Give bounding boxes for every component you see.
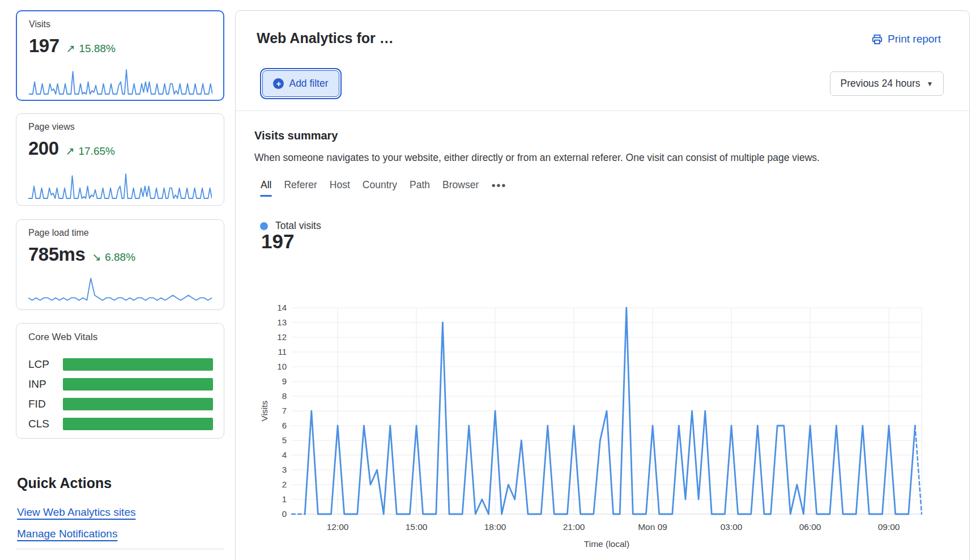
tab-country[interactable]: Country: [363, 179, 397, 191]
cwv-label-cls: CLS: [28, 418, 49, 430]
cwv-row-cls: CLS: [28, 418, 213, 430]
time-range-value: Previous 24 hours: [841, 78, 921, 90]
visits-line-chart: 0123456789101112131412:0015:0018:0021:00…: [249, 273, 957, 557]
stat-card-page-views-label: Page views: [28, 122, 75, 132]
cwv-bar-fid: [63, 398, 213, 410]
svg-text:1: 1: [282, 494, 287, 504]
svg-text:21:00: 21:00: [563, 522, 585, 532]
more-tabs-icon[interactable]: ●●●: [491, 181, 506, 189]
stat-card-visits[interactable]: Visits 197 ↗ 15.88%: [16, 10, 224, 101]
link-manage-notifications[interactable]: Manage Notifications: [17, 528, 117, 540]
time-range-dropdown[interactable]: Previous 24 hours ▼: [830, 71, 944, 96]
visits-summary-description: When someone navigates to your website, …: [254, 152, 820, 164]
print-report-label: Print report: [888, 33, 941, 45]
cwv-label-fid: FID: [28, 398, 46, 410]
trend-value: 6.88%: [105, 251, 135, 264]
svg-text:06:00: 06:00: [799, 522, 821, 532]
stat-card-visits-value: 197: [29, 35, 59, 57]
svg-text:10: 10: [277, 362, 287, 371]
core-web-vitals-title: Core Web Vitals: [28, 332, 97, 343]
page-load-time-sparkline-chart: [28, 277, 212, 304]
svg-text:2: 2: [282, 480, 287, 489]
trend-up-icon: ↗: [66, 42, 75, 55]
tab-all[interactable]: All: [261, 179, 271, 191]
dimension-tabs: All Referer Host Country Path Browser ●●…: [261, 179, 506, 191]
svg-text:14: 14: [277, 303, 287, 312]
cwv-bar-cls: [63, 418, 213, 430]
svg-text:13: 13: [277, 317, 287, 327]
svg-text:Mon 09: Mon 09: [638, 522, 667, 532]
svg-text:3: 3: [282, 465, 287, 474]
tab-browser[interactable]: Browser: [442, 179, 479, 191]
page-views-sparkline-chart: [28, 172, 212, 200]
link-view-web-analytics-sites[interactable]: View Web Analytics sites: [17, 506, 135, 519]
cwv-row-lcp: LCP: [28, 358, 213, 371]
quick-actions-title: Quick Actions: [17, 475, 112, 491]
stat-card-page-load-time-trend: ↘ 6.88%: [92, 251, 135, 264]
svg-text:11: 11: [278, 347, 287, 357]
svg-text:Time (local): Time (local): [584, 539, 629, 549]
cwv-label-lcp: LCP: [28, 358, 49, 371]
add-filter-button[interactable]: + Add filter: [260, 68, 342, 99]
svg-text:5: 5: [282, 435, 287, 445]
plus-icon: +: [273, 78, 284, 89]
tab-path[interactable]: Path: [410, 179, 430, 191]
add-filter-label: Add filter: [289, 78, 328, 90]
page-title: Web Analytics for …: [257, 30, 394, 46]
chevron-down-icon: ▼: [927, 80, 934, 88]
svg-text:6: 6: [282, 421, 287, 430]
header-divider: [236, 111, 969, 111]
trend-up-icon: ↗: [66, 145, 75, 158]
cwv-row-fid: FID: [28, 398, 213, 410]
stat-card-page-views[interactable]: Page views 200 ↗ 17.65%: [16, 113, 224, 206]
stat-card-page-load-time-label: Page load time: [28, 228, 89, 238]
svg-text:12:00: 12:00: [327, 522, 349, 532]
printer-icon: [871, 33, 883, 45]
legend-dot-icon: [260, 222, 268, 230]
svg-text:12: 12: [277, 332, 287, 342]
stat-card-visits-trend: ↗ 15.88%: [66, 42, 116, 55]
svg-text:18:00: 18:00: [484, 522, 506, 532]
stat-card-page-views-value: 200: [28, 138, 59, 159]
svg-text:4: 4: [282, 450, 287, 460]
svg-text:9: 9: [282, 376, 287, 386]
svg-text:0: 0: [282, 509, 287, 519]
svg-text:03:00: 03:00: [721, 522, 743, 532]
trend-down-icon: ↘: [92, 251, 101, 264]
sidebar-divider: [16, 549, 224, 549]
cwv-label-inp: INP: [28, 378, 46, 391]
tab-referer[interactable]: Referer: [284, 179, 317, 191]
svg-text:15:00: 15:00: [406, 522, 428, 532]
stat-card-page-load-time-value: 785ms: [28, 244, 85, 265]
web-analytics-dashboard: Visits 197 ↗ 15.88% Page views 200 ↗ 17.…: [0, 0, 980, 560]
visits-summary-title: Visits summary: [254, 129, 338, 142]
stat-card-visits-label: Visits: [29, 19, 50, 29]
stat-card-page-views-trend: ↗ 17.65%: [66, 145, 115, 158]
svg-text:7: 7: [282, 406, 287, 415]
total-visits-value: 197: [261, 230, 294, 253]
visits-sparkline-chart: [29, 68, 212, 95]
stat-card-page-load-time[interactable]: Page load time 785ms ↘ 6.88%: [16, 219, 224, 310]
cwv-row-inp: INP: [28, 378, 213, 391]
svg-text:Visits: Visits: [259, 400, 269, 421]
svg-text:8: 8: [282, 391, 287, 401]
print-report-link[interactable]: Print report: [871, 33, 941, 45]
trend-value: 17.65%: [78, 145, 114, 158]
cwv-bar-inp: [63, 378, 213, 391]
trend-value: 15.88%: [79, 43, 115, 55]
cwv-bar-lcp: [63, 358, 213, 371]
core-web-vitals-card[interactable]: Core Web Vitals LCP INP FID CLS: [16, 323, 224, 439]
tab-host[interactable]: Host: [330, 179, 350, 191]
svg-text:09:00: 09:00: [878, 522, 900, 532]
